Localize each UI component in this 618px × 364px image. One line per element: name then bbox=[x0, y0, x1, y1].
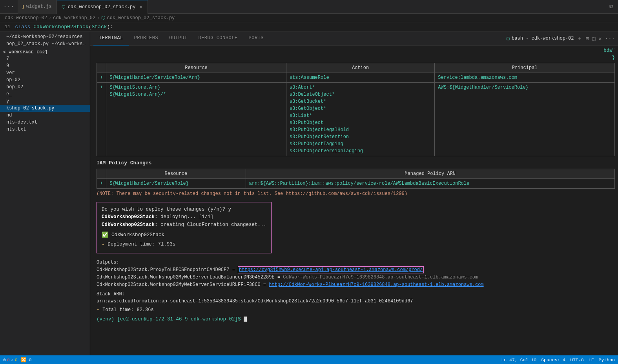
status-spaces[interactable]: Spaces: 4 bbox=[541, 357, 565, 362]
error-icon: ⊗ bbox=[3, 357, 6, 362]
security-changes-table: Resource Action Principal + ${WidgetHand… bbox=[97, 63, 615, 156]
split-terminal-icon[interactable]: ⊟ bbox=[585, 35, 589, 42]
new-terminal-icon[interactable]: ＋ bbox=[577, 35, 582, 42]
table-row: + ${WidgetHandler/ServiceRole/Arn} sts:A… bbox=[97, 73, 615, 83]
main-layout: ~/cdk-workshop-02/resources hop_02_stack… bbox=[0, 32, 618, 355]
iam-th-blank bbox=[97, 169, 106, 178]
sidebar-item-ver[interactable]: ver bbox=[0, 69, 90, 76]
terminal-content[interactable]: bda"} Resource Action Principal + ${Widg… bbox=[90, 46, 618, 355]
output-key-2: CdkWorkshop02Stack.Workshop02MyWebServer… bbox=[97, 275, 283, 280]
security-note: (NOTE: There may be security-related cha… bbox=[97, 190, 615, 197]
iam-row1-resource: ${WidgetHandler/ServiceRole} bbox=[106, 178, 246, 188]
close-tab-icon[interactable]: ✕ bbox=[139, 4, 142, 10]
split-editor-icon[interactable]: ⧉ bbox=[608, 3, 615, 11]
row2-action: s3:Abort*s3:DeleteObject*s3:GetBucket*s3… bbox=[286, 83, 435, 156]
tab-actions: ⧉ bbox=[608, 3, 618, 11]
deploy-time-value: 71.93s bbox=[158, 241, 175, 248]
status-encoding[interactable]: UTF-8 bbox=[570, 357, 584, 362]
output-link-2: CdkWor-Works-PlbueazrH7c9-1639826848.ap-… bbox=[283, 275, 478, 280]
sidebar-item-nd[interactable]: nd bbox=[0, 112, 90, 119]
sidebar-item-nts-dev[interactable]: nts-dev.txt bbox=[0, 119, 90, 126]
status-git[interactable]: 🔀 0 bbox=[21, 357, 32, 362]
breadcrumb-part-3[interactable]: cdk_workshop_02_stack.py bbox=[107, 15, 175, 21]
output-key-3: CdkWorkshop02Stack.Workshop02MyWebServer… bbox=[97, 282, 269, 288]
warning-count: 0 bbox=[15, 357, 18, 362]
tab-bar: ··· 𝗝 widget.js ⬡ cdk_workshop_02_stack.… bbox=[0, 0, 618, 14]
th-action: Action bbox=[286, 63, 435, 73]
stack-arn-value: arn:aws:cloudformation:ap-southeast-1:53… bbox=[97, 298, 413, 304]
stack-arn-value-line: arn:aws:cloudformation:ap-southeast-1:53… bbox=[97, 298, 615, 305]
more-actions-icon[interactable]: ··· bbox=[605, 35, 615, 42]
sidebar-item-9[interactable]: 9 bbox=[0, 62, 90, 69]
star-icon: ✦ bbox=[102, 241, 104, 248]
sidebar-item-7[interactable]: 7 bbox=[0, 55, 90, 62]
tab-label-cdk-stack-py: cdk_workshop_02_stack.py bbox=[68, 4, 136, 10]
row1-plus: + bbox=[97, 73, 106, 83]
sidebar: ~/cdk-workshop-02/resources hop_02_stack… bbox=[0, 32, 90, 355]
tab-output[interactable]: OUTPUT bbox=[164, 32, 193, 46]
terminal-tabs-bar: TERMINAL PROBLEMS OUTPUT DEBUG CONSOLE P… bbox=[90, 32, 618, 46]
sidebar-item-op02[interactable]: op-02 bbox=[0, 76, 90, 84]
tab-widget-js[interactable]: 𝗝 widget.js bbox=[18, 0, 57, 14]
row1-resource: ${WidgetHandler/ServiceRole/Arn} bbox=[106, 73, 286, 83]
deploy-question-line: Do you wish to deploy these changes (y/n… bbox=[102, 206, 266, 213]
code-preview: 11 class CdkWorkshop02Stack(Stack): bbox=[0, 22, 618, 32]
prompt-text: (venv) [ec2-user@ip-172-31-46-9 cdk-work… bbox=[97, 317, 241, 322]
tab-debug-console[interactable]: DEBUG CONSOLE bbox=[193, 32, 243, 46]
iam-row1-arn: arn:${AWS::Partition}:iam::aws:policy/se… bbox=[246, 178, 614, 188]
sidebar-item-stack-highlighted[interactable]: kshop_02_stack.py bbox=[0, 105, 90, 112]
breadcrumb-part-1[interactable]: cdk-workshop-02 bbox=[5, 15, 47, 21]
output-link-3[interactable]: http://CdkWor-Works-PlbueazrH7c9-1639826… bbox=[269, 282, 483, 288]
stack-success-row: ✅ CdkWorkshop02Stack bbox=[102, 231, 266, 239]
status-bar: ⊗ 0 ⚠ 0 🔀 0 Ln 47, Col 10 Spaces: 4 UTF-… bbox=[0, 355, 618, 364]
breadcrumb-sep-1: › bbox=[49, 15, 51, 21]
maximize-panel-icon[interactable]: ⬚ bbox=[592, 35, 595, 42]
more-tabs-icon[interactable]: ··· bbox=[0, 3, 18, 10]
warning-icon: ⚠ bbox=[11, 357, 14, 362]
sidebar-item-stack-file[interactable]: hop_02_stack.py ~/cdk-workshop-02/cd... bbox=[0, 40, 90, 47]
status-position[interactable]: Ln 47, Col 10 bbox=[501, 357, 536, 362]
sidebar-item-hop02[interactable]: hop_02 bbox=[0, 84, 90, 91]
deploy-changeset-line: CdkWorkshop02Stack: creating CloudFormat… bbox=[102, 221, 266, 229]
tab-ports[interactable]: PORTS bbox=[243, 32, 270, 46]
th-resource: Resource bbox=[106, 63, 286, 73]
row1-action: sts:AssumeRole bbox=[286, 73, 435, 83]
row2-principal: AWS:${WidgetHandler/ServiceRole} bbox=[435, 83, 615, 156]
sidebar-item-resources-path[interactable]: ~/cdk-workshop-02/resources bbox=[0, 33, 90, 40]
status-language[interactable]: Python bbox=[599, 357, 615, 362]
stack-arn-label-line: Stack ARN: bbox=[97, 291, 615, 298]
tab-problems[interactable]: PROBLEMS bbox=[129, 32, 164, 46]
table-row: + ${WidgetStore.Arn}${WidgetStore.Arn}/*… bbox=[97, 83, 615, 156]
top-right-text: bda"} bbox=[97, 47, 615, 61]
code-preview-kw-class: class CdkWorkshop02Stack(Stack): bbox=[15, 24, 113, 30]
status-errors[interactable]: ⊗ 0 ⚠ 0 bbox=[3, 357, 18, 362]
sidebar-item-y[interactable]: y bbox=[0, 98, 90, 105]
sidebar-item-nts[interactable]: nts.txt bbox=[0, 126, 90, 133]
bash-icon: ⬡ bbox=[506, 36, 510, 41]
error-count: 0 bbox=[7, 357, 10, 362]
status-left: ⊗ 0 ⚠ 0 🔀 0 bbox=[3, 357, 32, 362]
code-line-number: 11 bbox=[5, 24, 10, 30]
close-panel-icon[interactable]: ✕ bbox=[598, 35, 602, 42]
status-line-ending[interactable]: LF bbox=[589, 357, 594, 362]
sidebar-section: ~/cdk-workshop-02/resources hop_02_stack… bbox=[0, 32, 90, 135]
sidebar-item-e[interactable]: e_ bbox=[0, 91, 90, 98]
iam-th-resource: Resource bbox=[106, 169, 246, 178]
stack-success-name: CdkWorkshop02Stack bbox=[111, 231, 164, 239]
output-key-1: CdkWorkshop02Stack.ProxyToLBECSEndpointC… bbox=[97, 267, 238, 273]
output-line-1: CdkWorkshop02Stack.ProxyToLBECSEndpointC… bbox=[97, 266, 615, 273]
tab-label-widget-js: widget.js bbox=[26, 4, 52, 9]
deploy-deploying-line: CdkWorkshop02Stack: deploying... [1/1] bbox=[102, 213, 266, 221]
tab-cdk-stack-py[interactable]: ⬡ cdk_workshop_02_stack.py ✕ bbox=[57, 0, 148, 14]
output-link-1[interactable]: https://cyg3j5hwb9.execute-api.ap-southe… bbox=[239, 267, 423, 273]
total-time-row: ✦ Total time: 82.36s bbox=[97, 306, 615, 313]
iam-table-row: + ${WidgetHandler/ServiceRole} arn:${AWS… bbox=[97, 178, 615, 188]
tab-terminal[interactable]: TERMINAL bbox=[93, 32, 129, 46]
sidebar-item-workspace: < WORKSPACE EC2] bbox=[0, 47, 90, 55]
row1-principal: Service:lambda.amazonaws.com bbox=[435, 73, 615, 83]
status-right: Ln 47, Col 10 Spaces: 4 UTF-8 LF Python bbox=[501, 357, 615, 362]
breadcrumb-part-2[interactable]: cdk_workshop_02 bbox=[53, 15, 95, 21]
deploy-time-row: ✦ Deployment time: 71.93s bbox=[102, 241, 266, 248]
stack-arn-label: Stack ARN: bbox=[97, 291, 125, 297]
bash-session-label[interactable]: ⬡ bash - cdk-workshop-02 bbox=[506, 36, 574, 41]
